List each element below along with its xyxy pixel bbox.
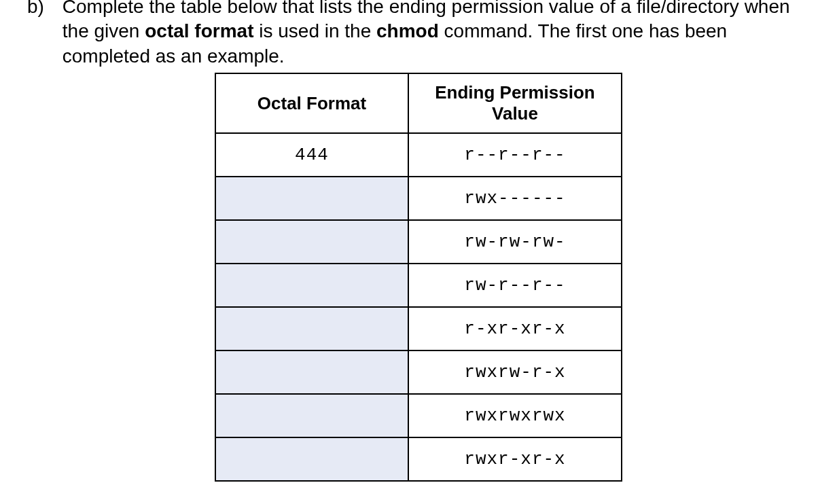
q-text-2: is used in the [253, 20, 376, 41]
octal-cell-blank[interactable] [215, 394, 408, 437]
permissions-table: Octal Format Ending Permission Value 444… [215, 73, 622, 482]
octal-cell: 444 [215, 133, 408, 177]
table-header-row: Octal Format Ending Permission Value [215, 73, 622, 133]
table-row: rw-rw-rw- [215, 220, 622, 264]
table-row: rwxrwxrwx [215, 394, 622, 437]
table-row: rwx------ [215, 177, 622, 220]
octal-cell-blank[interactable] [215, 437, 408, 481]
page: b) Complete the table below that lists t… [0, 0, 837, 504]
table-row: rwxr-xr-x [215, 437, 622, 481]
question-body: Complete the table below that lists the … [63, 0, 803, 69]
table-row: rwxrw-r-x [215, 350, 622, 394]
perm-cell: r-xr-xr-x [408, 307, 622, 350]
perm-cell: rw-r--r-- [408, 264, 622, 307]
question-marker: b) [27, 0, 57, 19]
header-octal: Octal Format [215, 73, 408, 133]
perm-cell: rwxr-xr-x [408, 437, 622, 481]
perm-cell: rwxrw-r-x [408, 350, 622, 394]
table-body: 444 r--r--r-- rwx------ rw-rw-rw- rw-r--… [215, 133, 622, 481]
table-row: rw-r--r-- [215, 264, 622, 307]
header-perm: Ending Permission Value [408, 73, 622, 133]
question-text: b) Complete the table below that lists t… [27, 0, 810, 69]
perm-cell: rwx------ [408, 177, 622, 220]
q-bold-1: octal format [145, 20, 253, 41]
octal-cell-blank[interactable] [215, 307, 408, 350]
octal-cell-blank[interactable] [215, 350, 408, 394]
octal-cell-blank[interactable] [215, 264, 408, 307]
octal-cell-blank[interactable] [215, 177, 408, 220]
q-bold-2: chmod [376, 20, 439, 41]
octal-cell-blank[interactable] [215, 220, 408, 264]
perm-cell: rw-rw-rw- [408, 220, 622, 264]
perm-cell: rwxrwxrwx [408, 394, 622, 437]
perm-cell: r--r--r-- [408, 133, 622, 177]
table-row: 444 r--r--r-- [215, 133, 622, 177]
table-row: r-xr-xr-x [215, 307, 622, 350]
